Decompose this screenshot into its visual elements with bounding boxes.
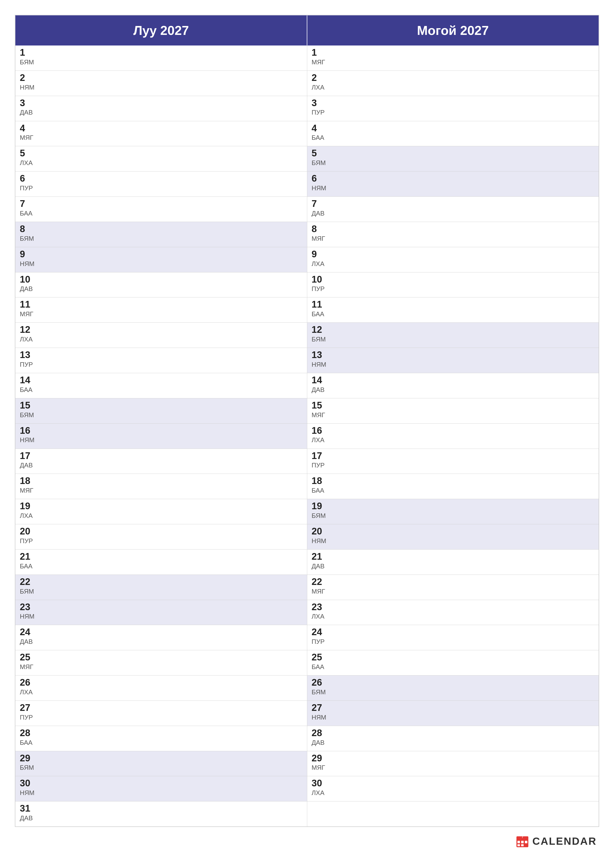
day-cell-mogoi-9: 9ЛХА	[307, 247, 599, 272]
day-row: 13ПУР13НЯМ	[16, 348, 598, 373]
day-row: 28БАА28ДАВ	[16, 726, 598, 751]
day-number: 11	[20, 299, 303, 310]
svg-rect-4	[521, 841, 524, 843]
day-number: 29	[20, 753, 303, 764]
svg-rect-6	[518, 844, 520, 846]
day-number: 10	[20, 274, 303, 285]
day-number: 5	[312, 148, 594, 159]
day-cell-luu-30: 30НЯМ	[16, 776, 307, 801]
day-number: 2	[20, 73, 303, 83]
day-cell-luu-23: 23НЯМ	[16, 600, 307, 625]
day-name: БАА	[312, 134, 594, 141]
day-name: БАА	[312, 487, 594, 494]
day-number: 30	[312, 778, 594, 789]
day-name: МЯГ	[20, 487, 303, 494]
day-number: 23	[20, 602, 303, 612]
day-number: 17	[20, 451, 303, 461]
day-name: БЯМ	[312, 159, 594, 167]
day-number: 3	[20, 98, 303, 108]
day-cell-luu-10: 10ДАВ	[16, 273, 307, 298]
day-cell-mogoi-3: 3ПУР	[307, 96, 599, 121]
day-number: 26	[312, 677, 594, 688]
day-cell-luu-3: 3ДАВ	[16, 96, 307, 121]
day-cell-luu-11: 11МЯГ	[16, 298, 307, 322]
day-name: ДАВ	[312, 386, 594, 394]
day-number: 4	[20, 123, 303, 133]
day-row: 2НЯМ2ЛХА	[16, 71, 598, 96]
day-number: 13	[312, 350, 594, 360]
day-cell-mogoi-19: 19БЯМ	[307, 499, 599, 524]
day-row: 6ПУР6НЯМ	[16, 172, 598, 197]
day-number: 1	[312, 48, 594, 58]
day-name: ДАВ	[20, 638, 303, 646]
day-number: 19	[312, 501, 594, 512]
day-name: ДАВ	[20, 462, 303, 469]
day-name: МЯГ	[312, 764, 594, 772]
day-number: 6	[20, 174, 303, 184]
day-name: ДАВ	[312, 739, 594, 747]
day-number: 8	[20, 224, 303, 234]
day-cell-luu-13: 13ПУР	[16, 348, 307, 373]
day-row: 8БЯМ8МЯГ	[16, 222, 598, 247]
day-name: ЛХА	[20, 159, 303, 167]
day-cell-luu-2: 2НЯМ	[16, 71, 307, 96]
day-cell-mogoi-1: 1МЯГ	[307, 45, 599, 71]
day-name: БАА	[20, 739, 303, 747]
day-name: БЯМ	[312, 512, 594, 519]
day-cell-luu-29: 29БЯМ	[16, 751, 307, 776]
day-number: 15	[20, 400, 303, 411]
day-row: 14БАА14ДАВ	[16, 373, 598, 398]
day-row: 29БЯМ29МЯГ	[16, 751, 598, 777]
day-row: 19ЛХА19БЯМ	[16, 499, 598, 524]
day-cell-luu-18: 18МЯГ	[16, 474, 307, 499]
day-number: 24	[312, 627, 594, 637]
day-cell-luu-25: 25МЯГ	[16, 650, 307, 675]
day-name: НЯМ	[312, 537, 594, 545]
day-row: 3ДАВ3ПУР	[16, 96, 598, 121]
day-cell-luu-1: 1БЯМ	[16, 45, 307, 71]
day-name: ЛХА	[312, 260, 594, 268]
day-cell-luu-6: 6ПУР	[16, 172, 307, 197]
day-name: ЛХА	[20, 512, 303, 519]
day-name: ЛХА	[312, 84, 594, 91]
day-row: 26ЛХА26БЯМ	[16, 676, 598, 701]
day-cell-luu-28: 28БАА	[16, 726, 307, 751]
day-cell-mogoi-16: 16ЛХА	[307, 424, 599, 449]
day-cell-luu-12: 12ЛХА	[16, 322, 307, 348]
day-name: МЯГ	[312, 587, 594, 595]
day-name: БЯМ	[312, 336, 594, 343]
day-cell-luu-8: 8БЯМ	[16, 222, 307, 247]
day-name: МЯГ	[312, 58, 594, 66]
day-name: НЯМ	[20, 260, 303, 268]
day-row: 5ЛХА5БЯМ	[16, 146, 598, 172]
day-number: 20	[312, 526, 594, 537]
day-cell-mogoi-5: 5БЯМ	[307, 146, 599, 171]
day-number: 7	[312, 199, 594, 209]
day-name: НЯМ	[312, 361, 594, 369]
day-name: ЛХА	[312, 436, 594, 444]
day-name: МЯГ	[20, 134, 303, 141]
day-row: 12ЛХА12БЯМ	[16, 322, 598, 348]
day-row: 11МЯГ11БАА	[16, 298, 598, 322]
day-name: БАА	[312, 663, 594, 671]
day-cell-mogoi-10: 10ПУР	[307, 273, 599, 298]
day-cell-mogoi-28: 28ДАВ	[307, 726, 599, 751]
header-mogoi: Могой 2027	[307, 16, 599, 45]
day-row: 21БАА21ДАВ	[16, 550, 598, 575]
day-number: 16	[20, 426, 303, 436]
day-cell-luu-31: 31ДАВ	[16, 801, 307, 826]
day-cell-luu-19: 19ЛХА	[16, 499, 307, 524]
day-name: НЯМ	[20, 84, 303, 91]
svg-rect-3	[518, 841, 520, 843]
day-number: 7	[20, 199, 303, 209]
day-number: 20	[20, 526, 303, 537]
day-cell-luu-22: 22БЯМ	[16, 575, 307, 600]
day-cell-luu-4: 4МЯГ	[16, 121, 307, 146]
day-cell-mogoi-8: 8МЯГ	[307, 222, 599, 247]
day-number: 28	[312, 728, 594, 738]
day-cell-luu-9: 9НЯМ	[16, 247, 307, 272]
day-cell-mogoi-7: 7ДАВ	[307, 197, 599, 222]
day-name: НЯМ	[20, 789, 303, 797]
day-cell-mogoi-21: 21ДАВ	[307, 550, 599, 575]
header-row: Луу 2027 Могой 2027	[16, 16, 598, 45]
